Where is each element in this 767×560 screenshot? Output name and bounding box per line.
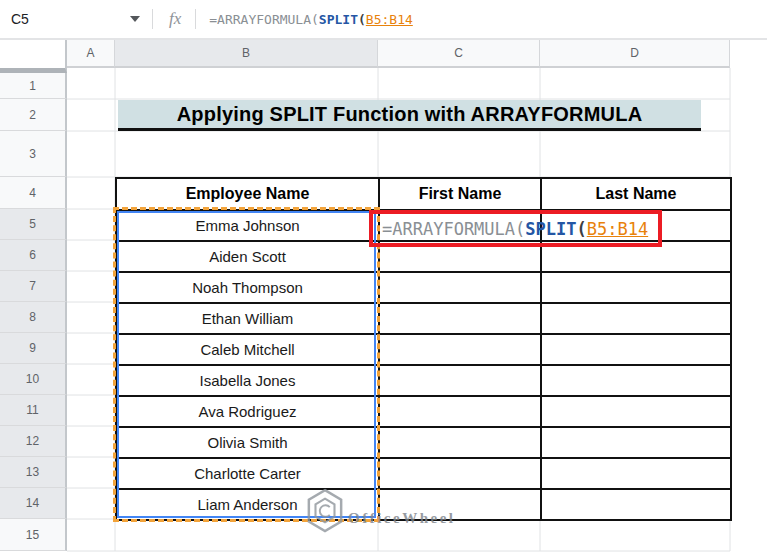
name-box-dropdown-icon[interactable] [130, 16, 140, 22]
header-first-name[interactable]: First Name [379, 178, 541, 210]
cell[interactable] [379, 272, 541, 303]
formula-prefix: =ARRAYFORMULA( [209, 12, 319, 27]
column-header-c[interactable]: C [378, 40, 540, 68]
employee-cell[interactable]: Olivia Smith [116, 427, 379, 458]
cell[interactable] [541, 489, 731, 520]
table-row: Charlotte Carter [116, 458, 731, 489]
sheet-title-cell[interactable]: Applying SPLIT Function with ARRAYFORMUL… [118, 100, 701, 131]
row-header-12[interactable]: 12 [0, 426, 67, 457]
row-header-4[interactable]: 4 [0, 177, 67, 209]
cell[interactable] [541, 458, 731, 489]
column-header-a[interactable]: A [67, 40, 115, 68]
name-box[interactable]: C5 [0, 0, 152, 38]
column-header-d[interactable]: D [540, 40, 730, 68]
row-header-10[interactable]: 10 [0, 364, 67, 395]
table-row: Liam Anderson [116, 489, 731, 520]
employee-cell[interactable]: Charlotte Carter [116, 458, 379, 489]
cell-formula-text[interactable]: =ARRAYFORMULA(SPLIT(B5:B14 [382, 211, 648, 246]
row-header-13[interactable]: 13 [0, 457, 67, 488]
spreadsheet-app: C5 fx =ARRAYFORMULA(SPLIT(B5:B14 A B C [0, 0, 767, 560]
row-header-3[interactable]: 3 [0, 131, 67, 177]
header-employee-name[interactable]: Employee Name [116, 178, 379, 210]
formula-range-ref: B5:B14 [366, 12, 413, 27]
table-row: Olivia Smith [116, 427, 731, 458]
cell[interactable] [379, 334, 541, 365]
cell[interactable] [541, 365, 731, 396]
cell[interactable] [379, 489, 541, 520]
divider [152, 9, 153, 29]
column-header-b[interactable]: B [115, 40, 378, 68]
row-header-14[interactable]: 14 [0, 488, 67, 519]
row-header-8[interactable]: 8 [0, 302, 67, 333]
cell[interactable] [541, 303, 731, 334]
employee-cell[interactable]: Liam Anderson [116, 489, 379, 520]
column-headers: A B C D [67, 40, 730, 68]
table-row: Ethan William [116, 303, 731, 334]
name-box-value: C5 [11, 11, 29, 27]
cell[interactable] [541, 334, 731, 365]
row-headers: 1 2 3 4 5 6 7 8 9 10 11 12 13 14 15 [0, 73, 67, 551]
table-header-row: Employee Name First Name Last Name [116, 178, 731, 210]
formula-range-ref: B5:B14 [587, 219, 648, 239]
cell[interactable] [379, 396, 541, 427]
row-header-7[interactable]: 7 [0, 271, 67, 302]
row-header-5[interactable]: 5 [0, 209, 67, 240]
cell[interactable] [541, 272, 731, 303]
cell[interactable] [541, 427, 731, 458]
employee-cell[interactable]: Emma Johnson [116, 210, 379, 241]
formula-input[interactable]: =ARRAYFORMULA(SPLIT(B5:B14 [209, 12, 413, 27]
cell[interactable] [379, 365, 541, 396]
row-header-11[interactable]: 11 [0, 395, 67, 426]
formula-paren: ( [576, 219, 586, 239]
formula-prefix: =ARRAYFORMULA( [382, 219, 525, 239]
formula-bar: C5 fx =ARRAYFORMULA(SPLIT(B5:B14 [0, 0, 767, 40]
row-header-9[interactable]: 9 [0, 333, 67, 364]
row-header-15[interactable]: 15 [0, 519, 67, 551]
employee-cell[interactable]: Ethan William [116, 303, 379, 334]
cell[interactable] [379, 427, 541, 458]
employee-cell[interactable]: Caleb Mitchell [116, 334, 379, 365]
table-row: Caleb Mitchell [116, 334, 731, 365]
employee-cell[interactable]: Ava Rodriguez [116, 396, 379, 427]
formula-function: SPLIT [319, 12, 358, 27]
divider [195, 9, 196, 29]
cell[interactable] [541, 396, 731, 427]
employee-cell[interactable]: Isabella Jones [116, 365, 379, 396]
select-all-corner[interactable] [0, 40, 67, 73]
fx-icon: fx [169, 9, 181, 29]
formula-paren: ( [358, 12, 366, 27]
cell[interactable] [379, 303, 541, 334]
header-last-name[interactable]: Last Name [541, 178, 731, 210]
employee-cell[interactable]: Aiden Scott [116, 241, 379, 272]
table-row: Ava Rodriguez [116, 396, 731, 427]
table-row: Isabella Jones [116, 365, 731, 396]
formula-function: SPLIT [525, 219, 576, 239]
employee-cell[interactable]: Noah Thompson [116, 272, 379, 303]
cell[interactable] [379, 458, 541, 489]
row-header-2[interactable]: 2 [0, 99, 67, 131]
row-header-6[interactable]: 6 [0, 240, 67, 271]
row-header-1[interactable]: 1 [0, 73, 67, 99]
table-row: Noah Thompson [116, 272, 731, 303]
